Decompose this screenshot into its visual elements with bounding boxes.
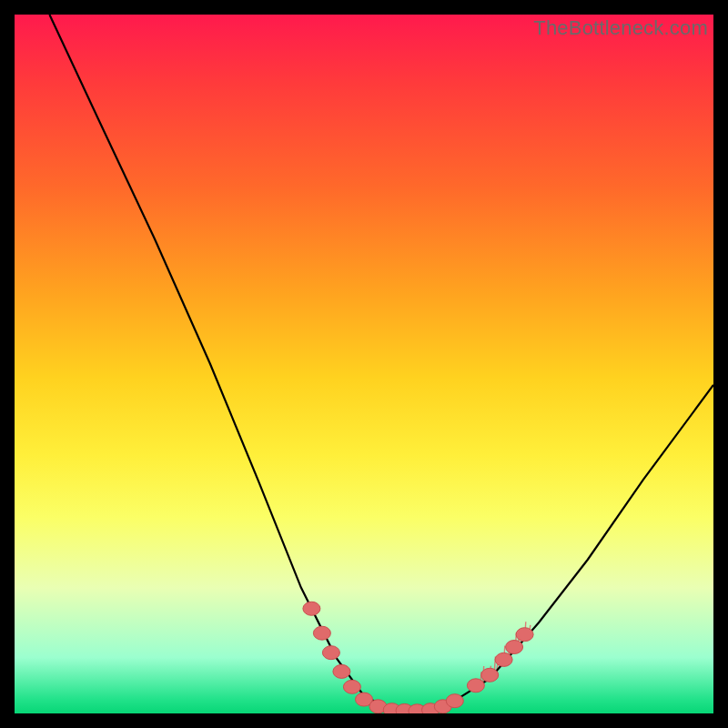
- data-dot: [506, 641, 523, 654]
- data-dot: [446, 694, 463, 708]
- data-dot: [495, 652, 512, 666]
- data-dot: [467, 679, 484, 693]
- bottleneck-curve: [15, 15, 713, 713]
- data-dot: [343, 680, 360, 693]
- data-dot: [333, 664, 350, 678]
- curve-line: [49, 15, 713, 711]
- data-dot: [322, 646, 339, 660]
- plot-area: TheBottleneck.com: [15, 15, 713, 713]
- data-dot: [516, 628, 533, 642]
- data-dot: [313, 626, 330, 640]
- chart-frame: TheBottleneck.com: [15, 15, 713, 713]
- data-dot: [303, 602, 320, 615]
- data-dot: [481, 668, 499, 682]
